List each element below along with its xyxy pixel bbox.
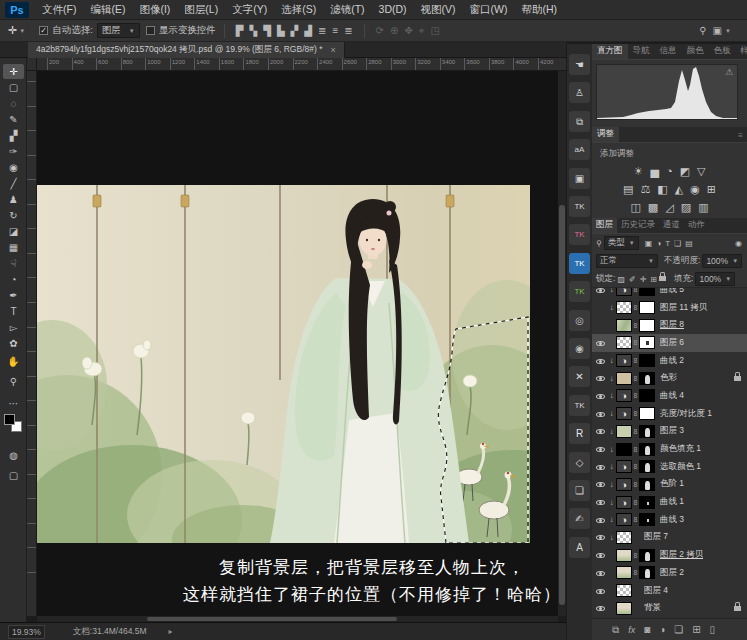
visibility-eye-icon[interactable] bbox=[594, 603, 607, 613]
layer-style-button[interactable]: fx bbox=[628, 625, 635, 635]
ext-hand-pen-icon[interactable]: ✍ bbox=[569, 508, 590, 529]
lock-transparency-icon[interactable]: ▨ bbox=[617, 275, 625, 284]
visibility-eye-icon[interactable] bbox=[594, 426, 607, 436]
adj-vibrance-icon[interactable]: ▽ bbox=[697, 163, 705, 179]
gradient-tool[interactable]: ▦ bbox=[3, 240, 24, 255]
visibility-eye-icon[interactable] bbox=[594, 409, 607, 419]
layer-row[interactable]: ↓◑8曲线 3 bbox=[592, 511, 747, 529]
layer-name[interactable]: 图层 2 bbox=[660, 567, 684, 579]
layer-name[interactable]: 图层 8 bbox=[660, 319, 684, 331]
layer-row[interactable]: ↓◑8亮度/对比度 1 bbox=[592, 405, 747, 423]
layer-thumbnail[interactable]: ◑ bbox=[616, 478, 632, 491]
align-v-centers-icon[interactable]: ▞ bbox=[291, 25, 299, 36]
layer-mask-thumbnail[interactable] bbox=[639, 566, 655, 579]
visibility-eye-icon[interactable] bbox=[594, 338, 607, 348]
adj-levels-icon[interactable]: ▅ bbox=[650, 163, 658, 179]
mask-link-icon[interactable]: 8 bbox=[632, 481, 639, 488]
adj-color-balance-icon[interactable]: ⚖ bbox=[640, 181, 650, 197]
document-canvas[interactable]: 复制背景层，把背景层移至人物上次， 这样就挡住了裙子的位置（不用修掉了！哈哈） bbox=[37, 71, 558, 616]
eyedropper-tool[interactable]: ✑ bbox=[3, 144, 24, 159]
ruler-vertical[interactable] bbox=[27, 71, 37, 616]
eraser-tool[interactable]: ◪ bbox=[3, 224, 24, 239]
align-h-centers-icon[interactable]: ▚ bbox=[249, 25, 257, 36]
mask-link-icon[interactable]: 8 bbox=[632, 463, 639, 470]
layer-mask-thumbnail[interactable] bbox=[639, 389, 655, 402]
adj-hue-saturation-icon[interactable]: ▤ bbox=[623, 181, 633, 197]
visibility-eye-icon[interactable] bbox=[594, 586, 607, 596]
visibility-eye-icon[interactable] bbox=[594, 479, 607, 489]
align-bottom-edges-icon[interactable]: ▟ bbox=[304, 25, 312, 36]
document-tab[interactable]: 4a2b8794ly1fg1dgsz5vhj21570qok24 拷贝.psd … bbox=[28, 42, 345, 58]
layer-row[interactable]: 图层 4 bbox=[592, 582, 747, 600]
opacity-dropdown[interactable]: 100% ▼ bbox=[702, 254, 742, 268]
fill-dropdown[interactable]: 100% ▼ bbox=[695, 272, 735, 286]
tab-图层[interactable]: 图层 bbox=[592, 218, 617, 233]
marquee-tool[interactable]: ▢ bbox=[3, 80, 24, 95]
layer-mask-thumbnail[interactable] bbox=[639, 460, 655, 473]
visibility-eye-icon[interactable] bbox=[594, 497, 607, 507]
layer-thumbnail[interactable]: ◑ bbox=[616, 389, 632, 402]
ext-tk1-icon[interactable]: TK bbox=[569, 196, 590, 217]
auto-select-checkbox[interactable]: ✓ bbox=[39, 26, 48, 35]
layer-name[interactable]: 图层 3 bbox=[660, 425, 684, 437]
visibility-eye-icon[interactable] bbox=[594, 288, 607, 295]
hand-tool[interactable]: ✋ bbox=[3, 354, 24, 369]
layer-mask-thumbnail[interactable] bbox=[639, 478, 655, 491]
foreground-color-swatch[interactable] bbox=[4, 414, 15, 425]
layer-thumbnail[interactable] bbox=[616, 566, 632, 579]
layer-name[interactable]: 曲线 4 bbox=[660, 390, 684, 402]
layer-row[interactable]: 8图层 8 bbox=[592, 316, 747, 334]
new-adjustment-button[interactable]: ◑ bbox=[659, 624, 665, 635]
tab-导航[interactable]: 导航 bbox=[628, 44, 655, 59]
search-icon[interactable]: ⚲ bbox=[699, 25, 706, 36]
ext-typography-icon[interactable]: aA bbox=[569, 139, 590, 160]
layer-thumbnail[interactable] bbox=[616, 319, 632, 332]
crop-tool[interactable]: ▞ bbox=[3, 128, 24, 143]
visibility-eye-icon[interactable] bbox=[594, 532, 607, 542]
adj-threshold-icon[interactable]: ◿ bbox=[665, 199, 673, 215]
layer-name[interactable]: 背景 bbox=[644, 602, 661, 614]
filter-shape-icon[interactable]: ❏ bbox=[674, 239, 681, 248]
menu-image[interactable]: 图像(I) bbox=[132, 3, 177, 17]
new-group-button[interactable]: ❏ bbox=[674, 624, 683, 635]
layer-name[interactable]: 色彩 bbox=[660, 372, 677, 384]
layer-mask-thumbnail[interactable] bbox=[639, 301, 655, 314]
menu-layer[interactable]: 图层(L) bbox=[177, 3, 225, 17]
layer-row[interactable]: 背景 bbox=[592, 599, 747, 617]
ext-logo1-icon[interactable]: ◎ bbox=[569, 310, 590, 331]
lock-all-icon[interactable] bbox=[659, 276, 666, 281]
layer-thumbnail[interactable]: ◑ bbox=[616, 407, 632, 420]
layer-thumbnail[interactable] bbox=[616, 425, 632, 438]
mask-link-icon[interactable]: 8 bbox=[632, 375, 639, 382]
layer-thumbnail[interactable]: ◑ bbox=[616, 496, 632, 509]
menu-3d[interactable]: 3D(D) bbox=[372, 3, 414, 17]
layer-thumbnail[interactable] bbox=[616, 336, 632, 349]
layer-thumbnail[interactable] bbox=[616, 602, 632, 615]
tab-色板[interactable]: 色板 bbox=[709, 44, 736, 59]
adj-color-lookup-icon[interactable]: ⊞ bbox=[707, 181, 716, 197]
layer-mask-thumbnail[interactable] bbox=[639, 513, 655, 526]
layer-thumbnail[interactable] bbox=[616, 584, 632, 597]
adj-invert-icon[interactable]: ◫ bbox=[630, 199, 640, 215]
vertical-scrollbar[interactable] bbox=[558, 71, 566, 616]
layer-name[interactable]: 曲线 2 bbox=[660, 355, 684, 367]
layer-thumbnail[interactable] bbox=[616, 372, 632, 385]
ext-crossed-tools-icon[interactable]: ✕ bbox=[569, 366, 590, 387]
status-popup-arrow-icon[interactable]: ▸ bbox=[169, 627, 173, 636]
filter-toggle-icon[interactable]: ◉ bbox=[735, 239, 742, 248]
layer-mask-thumbnail[interactable] bbox=[639, 354, 655, 367]
layer-mask-thumbnail[interactable] bbox=[639, 549, 655, 562]
brush-tool[interactable]: ╱ bbox=[3, 176, 24, 191]
ext-liquify-icon[interactable]: ☚ bbox=[569, 54, 590, 75]
layer-name[interactable]: 图层 6 bbox=[660, 337, 684, 349]
adj-posterize-icon[interactable]: ▩ bbox=[648, 199, 658, 215]
mask-link-icon[interactable]: 8 bbox=[632, 552, 639, 559]
ext-tk2-icon[interactable]: TK bbox=[569, 224, 590, 245]
layer-name[interactable]: 亮度/对比度 1 bbox=[660, 408, 712, 420]
screen-mode-toggle[interactable]: ▢ bbox=[3, 468, 24, 483]
ext-copy-layers-icon[interactable]: ⧉ bbox=[569, 111, 590, 132]
layer-row[interactable]: ↓◑8曲线 1 bbox=[592, 493, 747, 511]
layer-thumbnail[interactable]: ◑ bbox=[616, 354, 632, 367]
ext-script-a-icon[interactable]: A bbox=[569, 537, 590, 558]
auto-select-dropdown[interactable]: 图层 ▼ bbox=[97, 23, 140, 38]
